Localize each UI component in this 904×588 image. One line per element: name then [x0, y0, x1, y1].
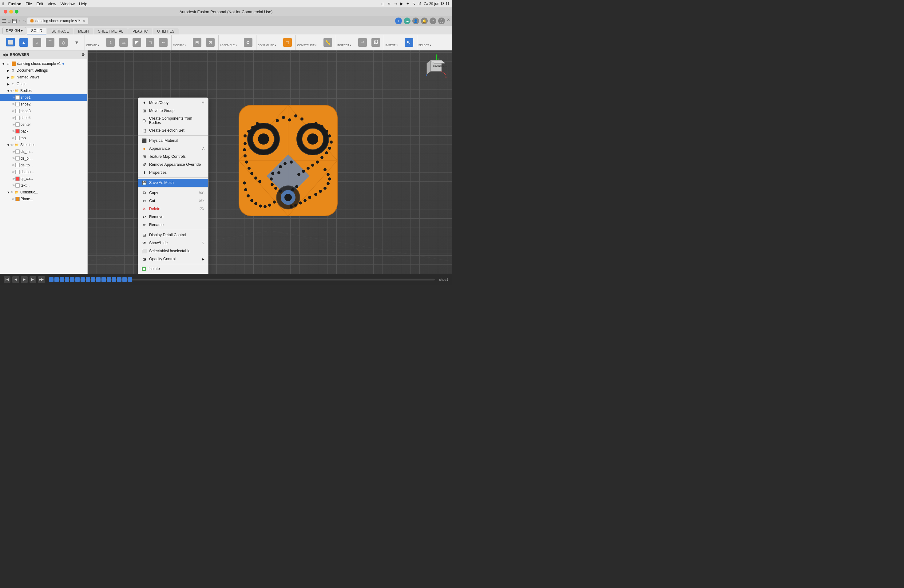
fillet-button[interactable]: ⌓	[117, 37, 130, 47]
apple-menu[interactable]: 	[2, 2, 4, 6]
shell-button[interactable]: □	[144, 37, 156, 47]
profile-icon[interactable]: ◯	[438, 17, 445, 24]
ctx-rename[interactable]: ✏ Rename	[138, 221, 208, 229]
move-copy-tb-button[interactable]: ↔	[157, 37, 169, 47]
timeline-marker[interactable]	[122, 277, 127, 282]
ctx-find-in-window[interactable]: 🔍 Find in Window	[138, 272, 208, 274]
collapse-icon[interactable]: ◀◀	[2, 52, 8, 57]
tree-top[interactable]: 👁 top	[0, 135, 87, 141]
tree-root[interactable]: ▼ ⊙ dancing shoes example v1 ●	[0, 60, 87, 67]
save-icon[interactable]: 💾	[12, 19, 17, 24]
minimize-button[interactable]	[9, 10, 13, 14]
tree-ds-to[interactable]: 👁 ds_to...	[0, 162, 87, 169]
ctx-remove[interactable]: ↩ Remove	[138, 213, 208, 221]
ctx-opacity[interactable]: ◑ Opacity Control ▶	[138, 255, 208, 263]
nav-cube[interactable]: Y FRONT RIGHT Z← X	[424, 54, 449, 81]
loft-button[interactable]: ◇	[57, 37, 70, 47]
plane-button[interactable]: ◻	[281, 37, 294, 47]
tab-sheet-metal[interactable]: SHEET METAL	[94, 28, 128, 35]
play-end-btn[interactable]: ▶▶|	[38, 276, 45, 283]
tree-ds-bo[interactable]: 👁 ds_bo...	[0, 169, 87, 175]
tree-shoe3[interactable]: 👁 shoe3	[0, 107, 87, 114]
timeline-marker[interactable]	[91, 277, 95, 282]
ctx-cut[interactable]: ✂ Cut ⌘X	[138, 197, 208, 205]
timeline-marker[interactable]	[75, 277, 80, 282]
ctx-create-selection-set[interactable]: ⬚ Create Selection Set	[138, 126, 208, 134]
timeline-marker[interactable]	[65, 277, 69, 282]
app-name[interactable]: Fusion	[8, 2, 22, 6]
tab-mesh[interactable]: MESH	[74, 28, 93, 35]
tab-solid[interactable]: SOLID	[27, 28, 46, 35]
tree-ds-m[interactable]: 👁 ds_m...	[0, 148, 87, 155]
timeline-marker[interactable]	[96, 277, 101, 282]
ctx-copy[interactable]: ⧉ Copy ⌘C	[138, 189, 208, 197]
timeline-marker[interactable]	[117, 277, 122, 282]
user-icon[interactable]: 👤	[412, 17, 419, 24]
ctx-isolate[interactable]: ◼ Isolate	[138, 265, 208, 272]
tree-origin[interactable]: ▶ ⊕ Origin	[0, 81, 87, 87]
play-next-btn[interactable]: ▶|	[30, 276, 36, 283]
timeline-marker[interactable]	[128, 277, 132, 282]
ctx-texture-map[interactable]: ⊞ Texture Map Controls	[138, 153, 208, 161]
measure-button[interactable]: 📏	[322, 37, 334, 47]
tree-qr-co[interactable]: 👁 qr_co...	[0, 175, 87, 182]
edit-menu[interactable]: Edit	[36, 2, 43, 6]
timeline-marker[interactable]	[101, 277, 106, 282]
new-file-icon[interactable]: ◻	[7, 19, 11, 24]
ctx-save-as-mesh[interactable]: 💾 Save As Mesh	[138, 179, 208, 187]
view-menu[interactable]: View	[47, 2, 56, 6]
ctx-properties[interactable]: ℹ Properties	[138, 169, 208, 177]
tree-back[interactable]: 👁 back	[0, 128, 87, 135]
press-pull-button[interactable]: ⤵	[104, 37, 117, 47]
insert-button[interactable]: ⤶	[356, 37, 369, 47]
ctx-delete[interactable]: ✕ Delete ⌦	[138, 205, 208, 213]
configure-btn[interactable]: ⚙	[242, 37, 254, 47]
timeline-marker[interactable]	[81, 277, 85, 282]
timeline-marker[interactable]	[107, 277, 111, 282]
tab-plastic[interactable]: PLASTIC	[128, 28, 152, 35]
tree-center[interactable]: 👁 center	[0, 121, 87, 128]
sidebar-toggle-icon[interactable]: ☰	[2, 18, 6, 24]
chamfer-button[interactable]: ◤	[131, 37, 143, 47]
more-create-button[interactable]: ▾	[70, 38, 83, 47]
timeline-marker[interactable]	[112, 277, 116, 282]
tree-document-settings[interactable]: ▶ ⚙ Document Settings	[0, 67, 87, 74]
joint-button[interactable]: ⊞	[191, 37, 203, 47]
bell-icon[interactable]: 🔔	[421, 17, 428, 24]
new-component-button[interactable]: ⬜	[4, 37, 17, 48]
ctx-physical-material[interactable]: ⬛ Physical Material	[138, 136, 208, 145]
tree-text[interactable]: 👁 text...	[0, 182, 87, 189]
decal-button[interactable]: 🖼	[370, 37, 382, 47]
ctx-move-to-group[interactable]: ⊞ Move to Group	[138, 107, 208, 115]
play-prev-btn[interactable]: ◀	[12, 276, 19, 283]
close-app-icon[interactable]: ✕	[447, 17, 450, 24]
timeline-marker[interactable]	[86, 277, 90, 282]
timeline-marker[interactable]	[60, 277, 64, 282]
undo-icon[interactable]: ↶	[18, 19, 22, 24]
tree-named-views[interactable]: ▶ 📁 Named Views	[0, 74, 87, 81]
window-menu[interactable]: Window	[60, 2, 75, 6]
timeline-marker[interactable]	[54, 277, 59, 282]
play-btn[interactable]: ▶	[21, 276, 28, 283]
tree-shoe4[interactable]: 👁 shoe4	[0, 114, 87, 121]
tab-surface[interactable]: SURFACE	[47, 28, 73, 35]
extrude-button[interactable]: ▲	[17, 37, 30, 47]
ctx-show-hide[interactable]: 👁 Show/Hide V	[138, 239, 208, 247]
file-menu[interactable]: File	[25, 2, 32, 6]
close-button[interactable]	[4, 10, 7, 14]
ctx-move-copy[interactable]: ✦ Move/Copy M	[138, 99, 208, 107]
design-dropdown[interactable]: DESIGN ▾	[2, 27, 26, 35]
tree-shoe1[interactable]: 👁 shoe1	[0, 94, 87, 101]
ctx-display-detail[interactable]: ⊟ Display Detail Control	[138, 231, 208, 239]
search-icon[interactable]: ☌	[419, 2, 421, 6]
timeline-marker[interactable]	[49, 277, 54, 282]
sweep-button[interactable]: ⌒	[44, 37, 56, 47]
select-button[interactable]: ↖	[403, 37, 415, 47]
cloud-icon[interactable]: ☁	[404, 17, 411, 24]
timeline-bar[interactable]	[49, 279, 435, 280]
rigid-button[interactable]: ⊠	[204, 37, 217, 47]
tree-shoe2[interactable]: 👁 shoe2	[0, 101, 87, 107]
tree-constructions[interactable]: ▼ 👁 📂 Construc...	[0, 189, 87, 196]
question-icon[interactable]: ?	[430, 17, 436, 24]
help-menu[interactable]: Help	[79, 2, 87, 6]
